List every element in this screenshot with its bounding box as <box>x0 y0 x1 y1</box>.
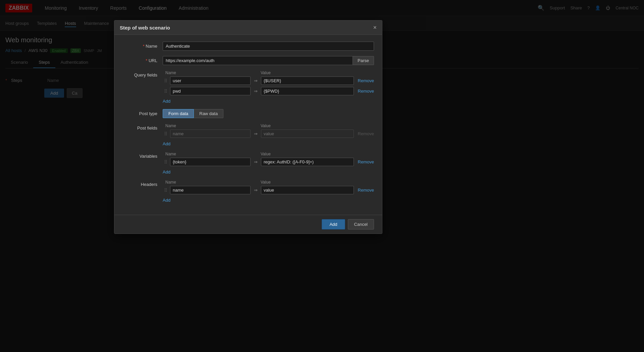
header-name-col-header: Name <box>165 180 253 185</box>
post-fields-header: Name Value <box>163 123 374 128</box>
post-type-row: Post type Form data Raw data <box>122 109 374 118</box>
var-value-col-header: Value <box>253 152 371 156</box>
post-fields-section: Name Value ⠿ ⇒ Remove Add <box>163 123 374 146</box>
header-name-input-0[interactable] <box>170 186 251 194</box>
query-fields-header: Name Value <box>163 70 374 75</box>
add-header-link[interactable]: Add <box>163 198 170 203</box>
modal-cancel-button[interactable]: Cancel <box>348 219 374 230</box>
variables-header: Name Value <box>163 152 374 156</box>
modal-body: Name URL Parse Query fields Name Value ⠿ <box>114 35 382 215</box>
name-label: Name <box>122 42 163 49</box>
post-fields-label: Post fields <box>122 123 163 131</box>
post-field-row-0: ⠿ ⇒ Remove <box>163 130 374 138</box>
header-arrow-icon-0: ⇒ <box>252 188 260 193</box>
variable-field-row-0: ⠿ ⇒ Remove <box>163 158 374 166</box>
query-fields-section: Name Value ⠿ ⇒ Remove ⠿ ⇒ Remove <box>163 70 374 104</box>
modal-title: Step of web scenario <box>120 25 170 31</box>
post-type-label: Post type <box>122 109 163 116</box>
header-value-input-0[interactable] <box>261 186 354 194</box>
post-arrow-icon-0: ⇒ <box>252 131 260 136</box>
arrow-icon-1: ⇒ <box>252 89 260 94</box>
remove-post-0[interactable]: Remove <box>358 131 374 136</box>
modal-close-button[interactable]: × <box>373 24 377 31</box>
arrow-icon-0: ⇒ <box>252 78 260 83</box>
headers-header: Name Value <box>163 180 374 185</box>
query-field-row-1: ⠿ ⇒ Remove <box>163 87 374 95</box>
post-fields-row: Post fields Name Value ⠿ ⇒ Remove Add <box>122 123 374 146</box>
query-value-input-1[interactable] <box>261 87 354 95</box>
modal-footer: Add Cancel <box>114 215 382 234</box>
query-fields-label: Query fields <box>122 70 163 78</box>
parse-button[interactable]: Parse <box>353 56 374 65</box>
query-fields-row: Query fields Name Value ⠿ ⇒ Remove ⠿ <box>122 70 374 104</box>
var-arrow-icon-0: ⇒ <box>252 159 260 164</box>
headers-row: Headers Name Value ⠿ ⇒ Remove Add <box>122 180 374 203</box>
post-drag-handle-0[interactable]: ⠿ <box>163 131 169 137</box>
drag-handle-1[interactable]: ⠿ <box>163 89 169 94</box>
modal-add-button[interactable]: Add <box>322 219 345 230</box>
variables-section: Name Value ⠿ ⇒ Remove Add <box>163 152 374 174</box>
var-value-input-0[interactable] <box>261 158 354 166</box>
add-variable-link[interactable]: Add <box>163 169 170 174</box>
headers-section: Name Value ⠿ ⇒ Remove Add <box>163 180 374 203</box>
variables-label: Variables <box>122 152 163 159</box>
query-field-row-0: ⠿ ⇒ Remove <box>163 77 374 85</box>
query-name-input-0[interactable] <box>170 77 251 85</box>
url-label: URL <box>122 56 163 63</box>
post-name-col-header: Name <box>165 123 253 128</box>
post-value-input-0[interactable] <box>261 130 354 138</box>
remove-query-0[interactable]: Remove <box>358 78 374 83</box>
url-input-group: Parse <box>163 56 374 65</box>
header-value-col-header: Value <box>253 180 371 185</box>
name-row: Name <box>122 42 374 51</box>
query-value-input-0[interactable] <box>261 77 354 85</box>
query-name-col-header: Name <box>165 70 253 75</box>
query-name-input-1[interactable] <box>170 87 251 95</box>
post-type-raw-data[interactable]: Raw data <box>194 109 223 118</box>
query-value-col-header: Value <box>253 70 371 75</box>
post-type-group: Form data Raw data <box>163 109 223 118</box>
var-name-col-header: Name <box>165 152 253 156</box>
variables-row: Variables Name Value ⠿ ⇒ Remove Add <box>122 152 374 174</box>
headers-label: Headers <box>122 180 163 187</box>
add-query-field-link[interactable]: Add <box>163 99 170 104</box>
header-drag-handle-0[interactable]: ⠿ <box>163 188 169 193</box>
name-input[interactable] <box>163 42 374 51</box>
step-modal: Step of web scenario × Name URL Parse Qu… <box>114 20 382 234</box>
url-row: URL Parse <box>122 56 374 65</box>
remove-header-0[interactable]: Remove <box>358 188 374 193</box>
header-field-row-0: ⠿ ⇒ Remove <box>163 186 374 194</box>
add-post-field-link[interactable]: Add <box>163 141 170 146</box>
remove-query-1[interactable]: Remove <box>358 89 374 94</box>
var-drag-handle-0[interactable]: ⠿ <box>163 159 169 165</box>
remove-var-0[interactable]: Remove <box>358 159 374 164</box>
url-input[interactable] <box>163 56 353 65</box>
post-type-form-data[interactable]: Form data <box>163 109 194 118</box>
modal-header: Step of web scenario × <box>114 20 382 35</box>
post-value-col-header: Value <box>253 123 371 128</box>
post-name-input-0[interactable] <box>170 130 251 138</box>
drag-handle-0[interactable]: ⠿ <box>163 78 169 84</box>
var-name-input-0[interactable] <box>170 158 251 166</box>
